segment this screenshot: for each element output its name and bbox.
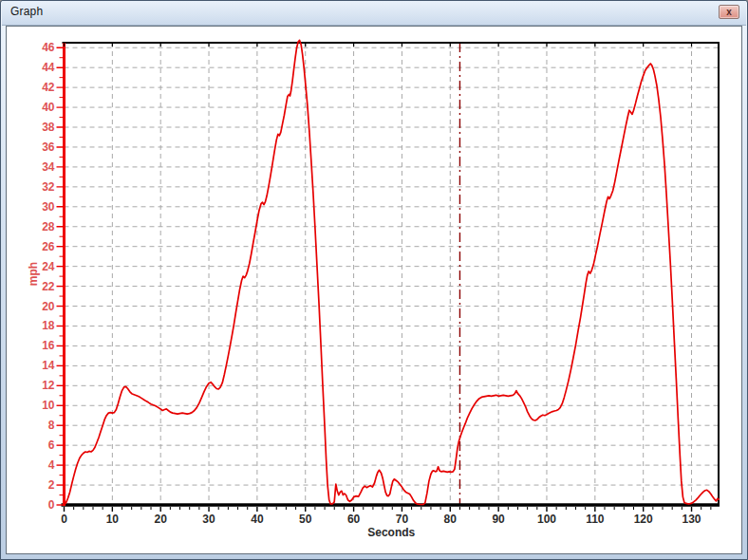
y-tick-label: 30 xyxy=(42,200,55,214)
y-tick-label: 28 xyxy=(42,220,55,233)
y-tick-label: 0 xyxy=(48,498,55,512)
x-tick-label: 70 xyxy=(396,513,409,526)
y-axis-title: mph xyxy=(27,262,40,286)
speed-trace xyxy=(65,40,720,505)
x-tick-label: 90 xyxy=(492,513,505,526)
y-tick-label: 6 xyxy=(48,439,55,452)
y-tick-label: 26 xyxy=(42,240,55,253)
y-tick-label: 20 xyxy=(42,300,55,313)
x-tick-label: 60 xyxy=(347,513,361,526)
y-tick-label: 36 xyxy=(42,140,55,154)
y-tick-label: 2 xyxy=(48,478,55,492)
x-tick-label: 50 xyxy=(299,513,312,526)
y-tick-label: 40 xyxy=(42,101,55,114)
speed-chart: 0102030405060708090100110120130024681012… xyxy=(6,26,742,554)
close-button[interactable]: x xyxy=(719,5,739,19)
close-icon: x xyxy=(720,6,739,18)
plot-container: 0102030405060708090100110120130024681012… xyxy=(6,26,742,554)
x-tick-label: 80 xyxy=(444,513,458,526)
x-tick-label: 110 xyxy=(586,513,605,526)
graph-window: Graph x 01020304050607080901001101201300… xyxy=(0,0,748,560)
x-tick-label: 20 xyxy=(155,513,168,526)
y-tick-label: 8 xyxy=(48,419,55,432)
y-tick-label: 34 xyxy=(42,160,55,174)
y-tick-label: 4 xyxy=(48,458,55,472)
y-tick-label: 18 xyxy=(42,319,55,332)
y-tick-label: 24 xyxy=(42,260,55,273)
window-titlebar[interactable]: Graph x xyxy=(2,1,746,26)
y-tick-label: 32 xyxy=(42,180,55,194)
y-tick-label: 14 xyxy=(42,359,55,372)
x-tick-label: 100 xyxy=(537,513,556,526)
y-tick-label: 44 xyxy=(42,61,55,74)
x-tick-label: 120 xyxy=(634,513,653,526)
window-title: Graph xyxy=(10,5,43,18)
y-tick-label: 46 xyxy=(42,41,55,54)
y-tick-label: 42 xyxy=(42,81,55,94)
y-tick-label: 10 xyxy=(42,399,55,412)
x-tick-label: 40 xyxy=(251,513,264,526)
x-tick-label: 30 xyxy=(202,513,215,526)
y-tick-label: 38 xyxy=(42,121,55,134)
x-tick-label: 0 xyxy=(61,513,67,526)
y-tick-label: 12 xyxy=(42,379,55,392)
x-tick-label: 130 xyxy=(683,513,701,526)
y-tick-label: 22 xyxy=(42,280,55,293)
x-axis-title: Seconds xyxy=(367,526,415,539)
y-tick-label: 16 xyxy=(42,339,55,352)
x-tick-label: 10 xyxy=(106,513,120,526)
